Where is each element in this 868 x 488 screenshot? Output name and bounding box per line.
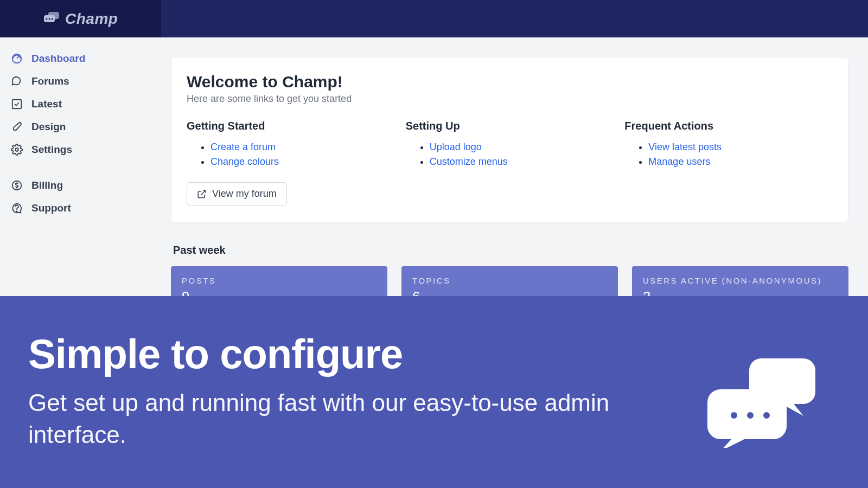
- view-my-forum-button[interactable]: View my forum: [187, 182, 287, 206]
- link-change-colours[interactable]: Change colours: [210, 156, 279, 167]
- promo-banner: Simple to configure Get set up and runni…: [0, 296, 868, 488]
- sidebar-item-label: Forums: [31, 75, 69, 87]
- svg-point-9: [16, 211, 17, 211]
- svg-point-10: [731, 412, 737, 419]
- welcome-card: Welcome to Champ! Here are some links to…: [171, 57, 848, 222]
- svg-point-12: [763, 412, 770, 419]
- link-manage-users[interactable]: Manage users: [648, 156, 710, 167]
- external-link-icon: [197, 189, 207, 199]
- sidebar-item-dashboard[interactable]: Dashboard: [0, 47, 161, 70]
- sidebar-item-settings[interactable]: Settings: [0, 138, 161, 161]
- welcome-title: Welcome to Champ!: [187, 73, 833, 91]
- sidebar-item-forums[interactable]: Forums: [0, 70, 161, 93]
- sidebar-item-billing[interactable]: Billing: [0, 174, 161, 197]
- sidebar-item-label: Latest: [31, 98, 62, 110]
- svg-point-11: [747, 412, 754, 419]
- promo-subtitle: Get set up and running fast with our eas…: [28, 387, 668, 451]
- brand-name: Champ: [65, 10, 118, 28]
- check-square-icon: [11, 98, 23, 110]
- sidebar-item-design[interactable]: Design: [0, 115, 161, 138]
- logo-area[interactable]: Champ: [0, 0, 161, 37]
- svg-rect-6: [12, 100, 22, 109]
- column-title: Setting Up: [406, 120, 614, 132]
- link-view-latest-posts[interactable]: View latest posts: [648, 142, 722, 152]
- column-title: Frequent Actions: [624, 120, 833, 132]
- sidebar-item-label: Billing: [31, 179, 63, 191]
- svg-point-7: [15, 148, 18, 151]
- svg-point-4: [52, 18, 53, 20]
- question-icon: [11, 202, 23, 214]
- sidebar-item-label: Settings: [31, 144, 72, 156]
- gear-icon: [11, 144, 23, 156]
- sidebar-item-latest[interactable]: Latest: [0, 93, 161, 115]
- column-title: Getting Started: [187, 120, 395, 132]
- svg-point-3: [49, 18, 50, 20]
- top-bar: Champ: [0, 0, 868, 37]
- view-btn-label: View my forum: [212, 188, 277, 200]
- sidebar-item-label: Design: [31, 121, 66, 133]
- column-getting-started: Getting Started Create a forum Change co…: [187, 120, 395, 206]
- link-upload-logo[interactable]: Upload logo: [430, 142, 482, 152]
- nav-group-primary: Dashboard Forums Latest Design Settings: [0, 47, 161, 161]
- sidebar-item-label: Support: [31, 202, 71, 214]
- gauge-icon: [11, 53, 23, 65]
- welcome-subtitle: Here are some links to get you started: [187, 93, 833, 105]
- stat-label: USERS ACTIVE (NON-ANONYMOUS): [643, 276, 838, 285]
- chat-icon: [11, 75, 23, 87]
- past-week-title: Past week: [173, 244, 848, 256]
- dollar-icon: [11, 179, 23, 191]
- link-customize-menus[interactable]: Customize menus: [430, 156, 508, 167]
- svg-point-2: [46, 18, 48, 20]
- promo-title: Simple to configure: [28, 333, 668, 375]
- link-create-forum[interactable]: Create a forum: [210, 142, 276, 152]
- brush-icon: [11, 121, 23, 133]
- sidebar-item-support[interactable]: Support: [0, 197, 161, 220]
- stat-label: POSTS: [182, 276, 376, 285]
- svg-rect-1: [48, 12, 59, 19]
- column-frequent-actions: Frequent Actions View latest posts Manag…: [624, 120, 833, 206]
- sidebar-item-label: Dashboard: [31, 53, 85, 65]
- champ-logo-icon: [43, 11, 60, 27]
- nav-group-secondary: Billing Support: [0, 174, 161, 220]
- stat-label: TOPICS: [412, 276, 607, 285]
- column-setting-up: Setting Up Upload logo Customize menus: [406, 120, 614, 206]
- chat-bubbles-icon: [704, 356, 818, 450]
